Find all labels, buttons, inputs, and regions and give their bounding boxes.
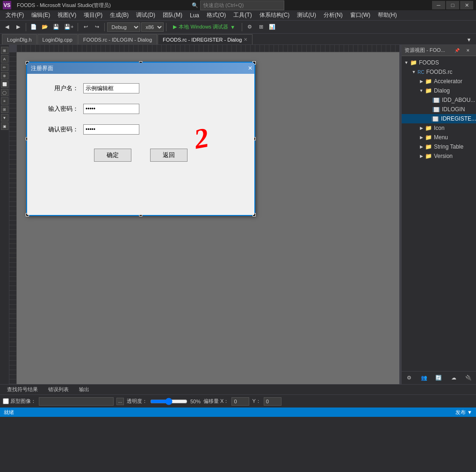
tree-idlogin[interactable]: ⬜ IDLOGIN [402,105,476,114]
menu-team[interactable]: 团队(M) [159,10,186,20]
close-button[interactable]: ✕ [460,1,473,9]
status-right: 发布 ▼ [455,409,472,416]
expand-icon-version: ▶ [418,153,424,159]
tab-logindlg-cpp[interactable]: LoginDlg.cpp [37,34,78,44]
toolbar-btn-extra1[interactable]: ⚙ [245,22,255,32]
tree-string-table[interactable]: ▶ 📁 String Table [402,142,476,151]
offset-x-input[interactable] [231,397,249,406]
tree-dialog[interactable]: ▼ 📁 Dialog [402,86,476,95]
input-password[interactable] [83,104,139,114]
cancel-button[interactable]: 返回 [150,149,188,162]
dialog-title: 注册界面 [31,64,53,72]
input-confirm-password[interactable] [83,124,139,135]
minimize-button[interactable]: ─ [432,1,445,9]
panel-btn-3[interactable]: 🔄 [433,373,444,383]
transparency-slider[interactable] [150,398,188,405]
panel-btn-4[interactable]: ☁ [448,373,459,383]
menu-arch[interactable]: 体系结构(C) [256,10,294,20]
tree-idregister[interactable]: ⬜ IDREGISTE... [402,114,476,123]
menu-analyze[interactable]: 分析(N) [320,10,346,20]
menu-build[interactable]: 生成(B) [106,10,132,20]
dialog-buttons: 确定 返回 [41,149,240,162]
bottom-tab-errors[interactable]: 错误列表 [43,385,74,394]
menu-debug[interactable]: 调试(D) [132,10,159,20]
panel-header-buttons: 📌 ✕ [452,47,473,54]
left-btn-8[interactable]: ⊞ [1,106,8,113]
tree-version[interactable]: ▶ 📁 Version [402,151,476,161]
left-btn-10[interactable]: ▣ [1,122,8,130]
config-select[interactable]: Debug Release [107,22,140,32]
redo-button[interactable]: ↪ [92,22,102,32]
maximize-button[interactable]: □ [446,1,459,9]
menu-tools[interactable]: 工具(T) [230,10,255,20]
title-bar: VS FOODS - Microsoft Visual Studio(管理员) … [0,0,476,10]
left-btn-4[interactable]: ⊕ [1,72,8,79]
menu-edit[interactable]: 编辑(E) [28,10,54,20]
toolbar: ◀ ▶ 📄 📂 💾 💾+ ↩ ↪ Debug Release x86 x64 ▶… [0,21,476,34]
offset-y-input[interactable] [264,397,281,406]
panel-btn-2[interactable]: 👥 [419,373,429,383]
forward-button[interactable]: ▶ [13,22,23,32]
tab-logindlg-h[interactable]: LoginDlg.h [2,34,37,44]
open-button[interactable]: 📂 [40,22,50,32]
panel-btn-5[interactable]: 🔌 [463,373,474,383]
left-btn-1[interactable]: ⊞ [1,47,8,54]
new-file-button[interactable]: 📄 [29,22,39,32]
back-button[interactable]: ◀ [2,22,12,32]
tree-label-foods-rc: FOODS.rc [426,69,452,75]
left-btn-6[interactable]: ◯ [1,89,8,96]
left-btn-9[interactable]: ▼ [1,114,8,122]
tab-foods-idlogin[interactable]: FOODS.rc - IDLOGIN - Dialog [78,34,157,44]
tree-menu[interactable]: ▶ 📁 Menu [402,133,476,142]
panel-bottom-bar: ⚙ 👥 🔄 ☁ 🔌 [402,371,476,384]
prototype-browse-button[interactable]: ... [116,398,124,405]
left-btn-7[interactable]: ≡ [1,97,8,105]
undo-button[interactable]: ↩ [80,22,91,32]
menu-test[interactable]: 测试(U) [293,10,320,20]
bottom-tab-find[interactable]: 查找符号结果 [2,385,43,394]
resource-view-title: 资源视图 - FOO... [404,47,445,54]
quick-launch[interactable]: 快速启动 (Ctrl+Q) [200,0,284,10]
prototype-image-input[interactable] [39,397,114,406]
left-btn-2[interactable]: A [1,55,8,63]
tree-idd-about[interactable]: ⬜ IDD_ABOU... [402,95,476,105]
publish-label[interactable]: 发布 ▼ [455,409,472,416]
menu-view[interactable]: 视图(V) [54,10,80,20]
prototype-checkbox[interactable] [3,398,9,404]
tree-foods-rc[interactable]: ▼ RC FOODS.rc [402,67,476,77]
panel-close-button[interactable]: ✕ [463,47,473,54]
save-button[interactable]: 💾 [51,22,61,32]
menu-lua[interactable]: Lua [186,11,203,20]
tree-accelerator[interactable]: ▶ 📁 Accelerator [402,77,476,86]
menu-project[interactable]: 项目(P) [80,10,106,20]
expand-icon-idregister [426,116,431,122]
label-confirm-password: 确认密码： [41,125,79,134]
menu-help[interactable]: 帮助(H) [374,10,401,20]
menu-file[interactable]: 文件(F) [2,10,28,20]
run-button[interactable]: ▶ 本地 Windows 调试器 ▼ [169,22,239,32]
input-username[interactable] [83,83,139,93]
tree-root-foods[interactable]: ▼ 📁 FOODS [402,58,476,67]
toolbar-btn-extra2[interactable]: ⊞ [256,22,266,32]
bottom-tab-output[interactable]: 输出 [74,385,94,394]
tab-list-button[interactable]: ▼ [464,35,474,44]
tab-foods-idregister[interactable]: FOODS.rc - IDREGISTER - Dialog ✕ [158,34,252,44]
save-all-button[interactable]: 💾+ [62,22,75,32]
menu-window[interactable]: 窗口(W) [346,10,374,20]
expand-icon-dialog: ▼ [418,88,424,93]
dialog-close-btn[interactable]: ✕ [248,65,252,72]
tree-icon[interactable]: ▶ 📁 Icon [402,123,476,133]
prototype-label: 原型图像： [10,398,36,405]
menu-format[interactable]: 格式(O) [203,10,230,20]
dialog-surface[interactable]: 注册界面 ✕ 用户名： 输入密码： [26,62,255,216]
platform-select[interactable]: x86 x64 [141,22,164,32]
panel-btn-1[interactable]: ⚙ [404,373,414,383]
toolbar-btn-extra3[interactable]: 📊 [267,22,277,32]
expand-icon-about [426,97,432,103]
confirm-button[interactable]: 确定 [94,149,131,162]
panel-pin-button[interactable]: 📌 [452,47,462,54]
left-btn-3[interactable]: ✏ [1,64,8,71]
tab-close-icon[interactable]: ✕ [244,37,247,42]
left-btn-5[interactable]: ⬜ [1,80,8,88]
canvas-inner[interactable]: 注册界面 ✕ 用户名： 输入密码： [17,52,399,384]
